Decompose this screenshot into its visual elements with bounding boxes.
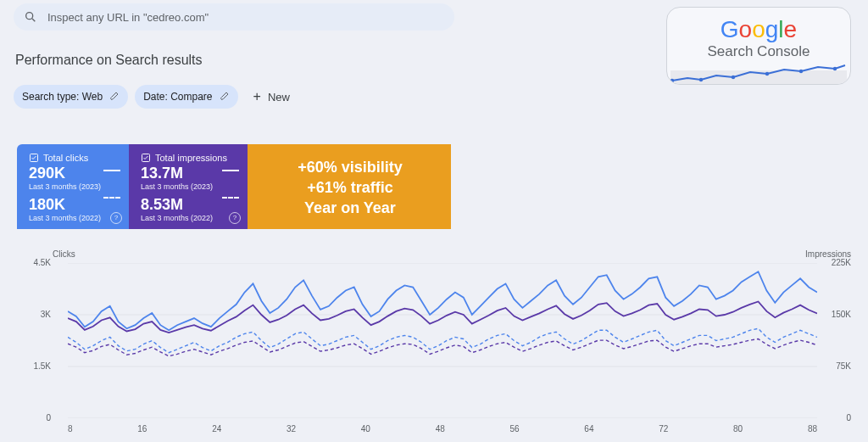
x-ticks: 816243240485664728088 xyxy=(68,424,817,434)
svg-point-8 xyxy=(833,67,837,70)
search-type-label: Search type: Web xyxy=(22,91,103,103)
metric-cards: Total clicks 290K Last 3 months (2023) 1… xyxy=(17,144,451,229)
checkbox-icon xyxy=(141,153,151,163)
card-header: Total impressions xyxy=(141,153,237,163)
badge-sparkline xyxy=(670,62,847,84)
impressions-2023-sub: Last 3 months (2023) xyxy=(141,182,237,191)
new-filter-button[interactable]: + New xyxy=(245,85,298,109)
clicks-2023-value: 290K xyxy=(29,165,119,182)
total-clicks-card[interactable]: Total clicks 290K Last 3 months (2023) 1… xyxy=(17,144,129,229)
svg-point-7 xyxy=(799,70,803,73)
search-type-chip[interactable]: Search type: Web xyxy=(14,85,128,109)
legend-line-solid xyxy=(222,170,239,171)
url-inspect-search[interactable]: Inspect any URL in "cedreo.com" xyxy=(14,3,454,31)
clicks-2022-value: 180K xyxy=(29,196,119,214)
search-console-label: Search Console xyxy=(667,43,850,60)
svg-point-4 xyxy=(699,78,703,81)
svg-line-1 xyxy=(32,19,35,21)
y-axis-left-label: Clicks xyxy=(53,249,75,259)
date-compare-label: Date: Compare xyxy=(143,91,212,103)
search-placeholder: Inspect any URL in "cedreo.com" xyxy=(47,11,209,24)
legend-line-dashed xyxy=(222,197,239,199)
google-logo: Google xyxy=(667,16,850,43)
svg-point-0 xyxy=(26,13,33,20)
edit-icon xyxy=(109,91,120,104)
total-impressions-card[interactable]: Total impressions 13.7M Last 3 months (2… xyxy=(129,144,248,229)
info-icon[interactable]: ? xyxy=(229,212,241,224)
highlight-line-1: +60% visibility xyxy=(298,157,403,177)
highlight-line-3: Year on Year xyxy=(298,198,403,218)
legend-line-solid xyxy=(103,170,120,171)
svg-point-3 xyxy=(670,79,674,82)
clicks-2023-sub: Last 3 months (2023) xyxy=(29,182,119,191)
svg-point-6 xyxy=(765,72,769,76)
highlight-line-2: +61% traffic xyxy=(298,177,403,198)
performance-chart: Clicks Impressions 4.5K3K1.5K0 225K150K7… xyxy=(17,246,851,430)
chart-plot-area[interactable] xyxy=(68,263,817,418)
filter-chip-row: Search type: Web Date: Compare + New xyxy=(14,85,298,109)
date-compare-chip[interactable]: Date: Compare xyxy=(135,85,237,109)
legend-line-dashed xyxy=(103,197,120,199)
google-search-console-badge: Google Search Console xyxy=(666,7,851,85)
info-icon[interactable]: ? xyxy=(110,212,122,224)
checkbox-icon xyxy=(29,153,39,163)
impressions-2023-value: 13.7M xyxy=(141,165,237,182)
clicks-2022-sub: Last 3 months (2022) xyxy=(29,214,119,222)
impressions-2022-sub: Last 3 months (2022) xyxy=(141,214,237,222)
impressions-2022-value: 8.53M xyxy=(141,196,237,214)
search-icon xyxy=(24,10,37,24)
new-filter-label: New xyxy=(268,91,290,104)
page-title: Performance on Search results xyxy=(15,53,203,68)
highlight-callout: +60% visibility +61% traffic Year on Yea… xyxy=(248,144,451,229)
svg-point-5 xyxy=(732,76,735,79)
edit-icon xyxy=(220,91,230,104)
card-header: Total clicks xyxy=(29,153,119,163)
